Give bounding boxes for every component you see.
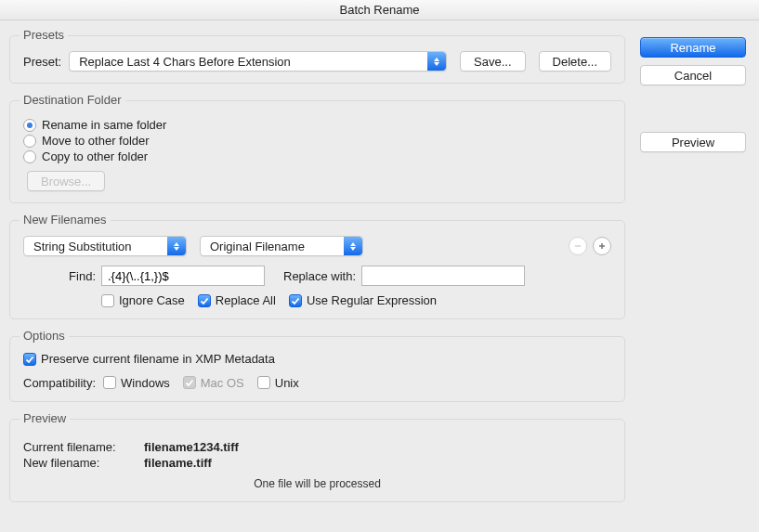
preset-label: Preset:	[23, 55, 61, 69]
use-regex-checkbox[interactable]: Use Regular Expression	[289, 293, 437, 307]
check-icon	[291, 296, 300, 305]
replace-with-input[interactable]	[361, 266, 525, 286]
check-icon	[185, 378, 194, 387]
radio-dot-icon	[23, 135, 36, 148]
new-filenames-group: New Filenames String Substitution Origin…	[9, 220, 625, 319]
preview-group: Preview Current filename: filename1234.t…	[9, 419, 625, 502]
radio-move-other-folder[interactable]: Move to other folder	[23, 134, 611, 148]
save-preset-button[interactable]: Save...	[460, 51, 525, 71]
ignore-case-checkbox[interactable]: Ignore Case	[101, 293, 185, 307]
radio-label: Move to other folder	[42, 134, 150, 148]
radio-label: Rename in same folder	[42, 118, 166, 132]
radio-copy-other-folder[interactable]: Copy to other folder	[23, 149, 611, 163]
checkbox-label: Preserve current filename in XMP Metadat…	[41, 352, 275, 366]
current-filename-label: Current filename:	[23, 440, 144, 454]
check-icon	[25, 355, 34, 364]
chevron-updown-icon	[167, 237, 186, 255]
presets-group-title: Presets	[20, 28, 68, 42]
options-group: Options Preserve current filename in XMP…	[9, 336, 625, 402]
preset-popup-value: Replace Last 4 Chars Before Extension	[79, 55, 291, 69]
compatibility-label: Compatibility:	[23, 376, 96, 390]
chevron-updown-icon	[427, 52, 446, 71]
source-popup-value: Original Filename	[210, 240, 305, 253]
radio-rename-same-folder[interactable]: Rename in same folder	[23, 118, 611, 132]
checkbox-label: Replace All	[216, 293, 276, 307]
new-filenames-group-title: New Filenames	[20, 213, 111, 227]
delete-preset-button[interactable]: Delete...	[539, 51, 611, 71]
new-filename-label: New filename:	[23, 456, 144, 470]
preview-note: One file will be processed	[23, 477, 611, 490]
checkbox-label: Use Regular Expression	[307, 293, 437, 307]
current-filename-value: filename1234.tiff	[144, 440, 239, 454]
radio-dot-icon	[23, 119, 36, 132]
compat-macos-checkbox: Mac OS	[183, 376, 244, 390]
cancel-button[interactable]: Cancel	[640, 65, 746, 85]
options-group-title: Options	[20, 329, 69, 343]
window-title: Batch Rename	[0, 0, 759, 20]
radio-label: Copy to other folder	[42, 149, 148, 163]
presets-group: Presets Preset: Replace Last 4 Chars Bef…	[9, 35, 625, 84]
operation-popup[interactable]: String Substitution	[23, 236, 187, 256]
replace-with-label: Replace with:	[283, 269, 356, 283]
compat-unix-checkbox[interactable]: Unix	[257, 376, 299, 390]
preview-group-title: Preview	[20, 411, 70, 425]
plus-icon	[597, 241, 607, 251]
compat-windows-checkbox[interactable]: Windows	[103, 376, 170, 390]
source-popup[interactable]: Original Filename	[200, 236, 363, 256]
add-rule-button[interactable]	[593, 237, 611, 255]
checkbox-label: Unix	[275, 376, 299, 390]
check-icon	[200, 296, 209, 305]
remove-rule-button	[569, 237, 587, 255]
minus-icon	[573, 241, 582, 251]
find-input[interactable]	[101, 266, 265, 286]
destination-group-title: Destination Folder	[20, 93, 125, 107]
replace-all-checkbox[interactable]: Replace All	[198, 293, 276, 307]
action-sidebar: Rename Cancel Preview	[625, 30, 746, 519]
find-label: Find:	[62, 269, 96, 283]
rename-button[interactable]: Rename	[640, 37, 746, 58]
checkbox-label: Windows	[121, 376, 170, 390]
checkbox-label: Mac OS	[201, 376, 244, 390]
browse-button: Browse...	[27, 171, 105, 191]
preserve-xmp-checkbox[interactable]: Preserve current filename in XMP Metadat…	[23, 352, 275, 366]
chevron-updown-icon	[344, 237, 362, 255]
preview-button[interactable]: Preview	[640, 132, 746, 152]
radio-dot-icon	[23, 150, 36, 163]
new-filename-value: filename.tiff	[144, 456, 212, 470]
operation-popup-value: String Substitution	[33, 240, 132, 253]
destination-group: Destination Folder Rename in same folder…	[9, 100, 625, 203]
checkbox-label: Ignore Case	[119, 293, 185, 307]
preset-popup[interactable]: Replace Last 4 Chars Before Extension	[69, 51, 447, 71]
